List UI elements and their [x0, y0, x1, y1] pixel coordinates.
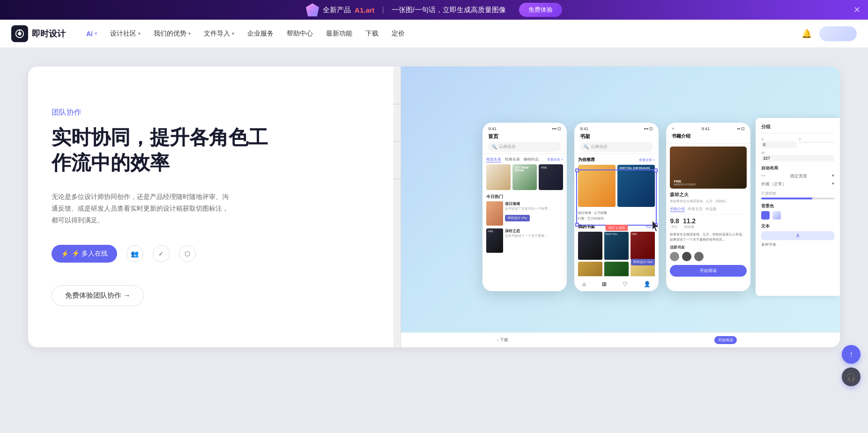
- phone3-book-cover: FIRE WRECKS A FOREST: [670, 147, 747, 189]
- phone1-book2-info: 深村之恋 这本书描述了一个关于爱情...: [505, 228, 563, 238]
- prop-opacity-label: 不透明度: [761, 191, 834, 196]
- phone2-see-all[interactable]: 查看全部 >: [639, 158, 655, 162]
- notification-bell-icon[interactable]: 🔔: [801, 29, 812, 39]
- phone1-time: 9:41: [488, 126, 497, 131]
- phone3-title: 书籍介绍: [672, 133, 745, 139]
- phone3-back[interactable]: <: [672, 126, 674, 131]
- user-avatar[interactable]: [819, 26, 857, 41]
- prop-y-value[interactable]: [799, 141, 834, 143]
- phone2-nav-bookmark[interactable]: ♡: [623, 281, 628, 287]
- phone1-title: 首页: [488, 133, 498, 140]
- phone1-hot-desc: 这书讲述了在某市的一个秋季...: [505, 206, 563, 211]
- prop-y-label: Y: [799, 137, 834, 141]
- phone3-book-desc: 第故事发生在南国某地。九月，初秋的，: [670, 199, 747, 204]
- banner-separator: |: [382, 6, 384, 14]
- phone3-time: 9:41: [702, 126, 710, 131]
- phone3-tab-intro[interactable]: 书籍介绍: [670, 206, 685, 212]
- phone3-cover-text: FIRE WRECKS A FOREST: [674, 180, 696, 186]
- prop-panel-title: 分组: [761, 124, 834, 133]
- phone2-signal: ▪▪▪ ⊡: [644, 126, 653, 131]
- phone3-start-btn[interactable]: 开始阅读: [670, 265, 747, 277]
- nav-advantages-label: 我们的优势: [154, 29, 186, 38]
- search-icon: 🔍: [492, 145, 497, 149]
- phone1-book2-title: 深村之恋: [505, 228, 563, 234]
- phone2-shelf-label: 我的书架: [578, 224, 595, 230]
- phone2-recommended: DON'T KILL OUR WILDLIFE: [578, 165, 655, 207]
- phone1-search[interactable]: 🔍 云南虫谷: [488, 142, 561, 152]
- phone1-nav: 精选名著 经典名著 畅销作品: [486, 157, 539, 162]
- prop-color-swatch2[interactable]: [772, 211, 781, 220]
- phone-frame-2: 327 x 220 9:41 ▪▪▪ ⊡ 书架 🔍 云南虫谷: [574, 123, 659, 291]
- banner-cta-button[interactable]: 免费体验: [519, 3, 562, 17]
- phone1-nav-selected[interactable]: 精选名著: [486, 157, 501, 162]
- phone3-ratings: 9.8 评分 11.2 阅读量: [670, 217, 747, 229]
- phone2-time: 9:41: [580, 126, 588, 131]
- phone1-search-text: 云南虫谷: [499, 144, 516, 150]
- phone3-friends: [670, 252, 747, 261]
- prop-x: X 0: [761, 137, 797, 148]
- logo-area[interactable]: 即时设计: [11, 25, 66, 42]
- banner-product-name: A1.art: [355, 6, 375, 14]
- prop-color-swatch[interactable]: [761, 211, 770, 220]
- phone3-friends-label: 活跃书友: [670, 245, 747, 250]
- online-users-button[interactable]: ⚡ ⚡ 多人在线: [52, 245, 117, 263]
- phone3-body: FIRE WRECKS A FOREST 森林之火 第故事发生在南国某地。九月，…: [666, 144, 750, 279]
- prop-w-value[interactable]: 327: [761, 155, 834, 161]
- nav-item-community[interactable]: 设计社区 ▾: [104, 26, 146, 42]
- scroll-top-button[interactable]: ↑: [842, 345, 861, 364]
- hero-cta-label: 免费体验团队协作 →: [65, 291, 130, 300]
- hero-left: 团队协作 实时协同，提升各角色工作流中的效率 无论是多位设计师协同创作，还是产品…: [28, 66, 393, 347]
- phone2-nav-user[interactable]: 👤: [644, 281, 651, 287]
- banner-gem-icon: [306, 3, 319, 16]
- phone3-tab-author[interactable]: 作者主页: [688, 206, 703, 212]
- phone1-nav-all[interactable]: 查看全部 >: [547, 157, 563, 162]
- nav-item-ai[interactable]: Ai ▾: [81, 26, 103, 41]
- hero-cta-button[interactable]: 免费体验团队协作 →: [52, 285, 144, 306]
- phone2-book-desc2: 灯数 · 艺方科技列: [578, 216, 655, 221]
- top-banner: 全新产品 A1.art | 一张图/一句话，立即生成高质量图像 免费体验 ✕: [0, 0, 868, 20]
- phone2-nav-grid[interactable]: ⊞: [602, 281, 607, 287]
- cursor-svg: [653, 221, 660, 232]
- phone1-nav-classic[interactable]: 经典名著: [505, 157, 520, 162]
- prop-bgcolor-row: [761, 211, 834, 220]
- header: 即时设计 Ai ▾ 设计社区 ▾ 我们的优势 ▾ 文件导入 ▾ 企业服务 帮助中…: [0, 20, 868, 48]
- phone1-nav-bestseller[interactable]: 畅销作品: [524, 157, 539, 162]
- nav-item-download[interactable]: 下载: [360, 26, 384, 42]
- nav-item-enterprise[interactable]: 企业服务: [242, 26, 279, 42]
- nav-enterprise-label: 企业服务: [247, 29, 274, 38]
- phone2-shelf-book2: DON'T KILL: [604, 232, 629, 260]
- nav-item-features[interactable]: 最新功能: [320, 26, 358, 42]
- headset-button[interactable]: 🎧: [842, 367, 861, 386]
- nav-import-chevron: ▾: [232, 31, 234, 36]
- prop-text-btn[interactable]: A: [761, 231, 834, 240]
- lightning-icon: ⚡: [61, 250, 69, 257]
- prop-autolayout-label: 自动布局: [761, 165, 834, 171]
- hero-card: 团队协作 实时协同，提升各角色工作流中的效率 无论是多位设计师协同创作，还是产品…: [28, 66, 840, 347]
- phone-frame-3: < 9:41 ▪▪ ⊡ 书籍介绍 FIRE WRECKS A FOREST: [666, 123, 750, 291]
- phone3-tab-works[interactable]: 作品集: [705, 206, 717, 212]
- prop-appearance-row: 外观（正常） ▾: [761, 181, 834, 187]
- opacity-bar: [761, 198, 834, 199]
- phone2-search[interactable]: 🔍 云南虫谷: [580, 142, 653, 152]
- phone1-hot-row: 假日海滩 这书讲述了在某市的一个秋季... 即时设计-Piu: [486, 201, 563, 226]
- check-icon[interactable]: ✓: [153, 245, 170, 262]
- prop-w-row: W 327: [761, 151, 834, 161]
- phone1-nav-row: 精选名著 经典名著 畅销作品 查看全部 >: [486, 157, 563, 162]
- prop-x-value[interactable]: 0: [761, 141, 797, 148]
- phone2-book-rec1: [578, 165, 616, 207]
- phone2-nav-home[interactable]: ⌂: [583, 281, 586, 287]
- prop-y: Y: [799, 137, 834, 148]
- phone1-book2-cover: FIRE: [486, 228, 503, 253]
- nav-item-advantages[interactable]: 我们的优势 ▾: [148, 26, 196, 42]
- cube-icon[interactable]: ⬡: [179, 245, 196, 262]
- phone2-section-row: 为你推荐 查看全部 >: [578, 157, 655, 163]
- phone1-book-3: FIRE: [539, 164, 563, 190]
- phone3-rating-score: 9.8 评分: [670, 217, 679, 229]
- nav-ai-chevron: ▾: [95, 31, 97, 36]
- nav-item-help[interactable]: 帮助中心: [281, 26, 319, 42]
- nav-item-pricing[interactable]: 定价: [386, 26, 410, 42]
- phone3-readers-count: 11.2 阅读量: [683, 217, 696, 229]
- banner-close-button[interactable]: ✕: [853, 5, 861, 15]
- nav-item-import[interactable]: 文件导入 ▾: [198, 26, 240, 42]
- team-icon[interactable]: 👥: [126, 245, 143, 262]
